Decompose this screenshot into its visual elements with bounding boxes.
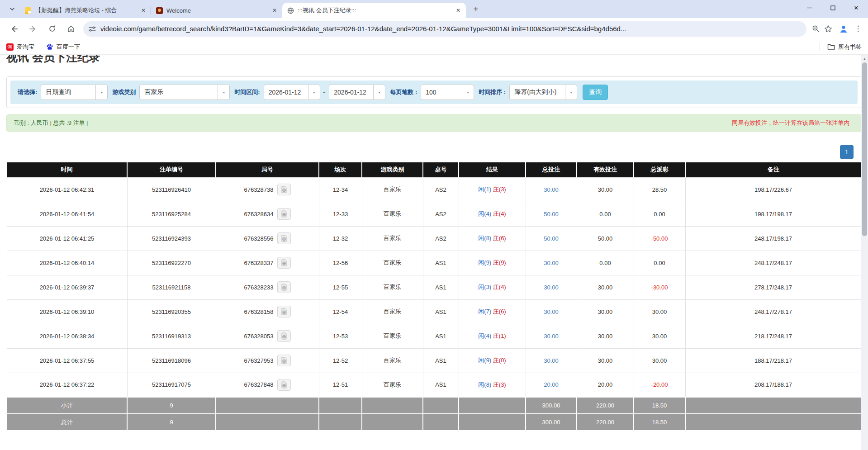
video-replay-button[interactable] bbox=[277, 232, 291, 244]
video-replay-button[interactable] bbox=[277, 330, 291, 342]
time-sort-label: 时间排序 : bbox=[479, 88, 506, 96]
total-bet-link[interactable]: 50.00 bbox=[544, 211, 559, 218]
tab-strip: 【新提醒】海燕策略论坛 - 综合 ✕ Welcome ✕ :::视讯 会员下注纪… bbox=[0, 0, 868, 18]
video-replay-button[interactable] bbox=[277, 379, 291, 391]
total-bet-link[interactable]: 30.00 bbox=[544, 284, 559, 291]
cell-game-category: 百家乐 bbox=[362, 275, 423, 299]
refresh-icon bbox=[48, 25, 56, 33]
time-sort-select[interactable]: 降幂(由大到小) ▼ bbox=[509, 85, 577, 100]
date-separator: ~ bbox=[323, 89, 327, 96]
cell-round-id: 676328158 bbox=[216, 299, 319, 324]
page-content: 视讯 会员下注纪录 请选择: 日期查询 ▼ 游戏类别 百家乐 ▼ 时间区间: 2… bbox=[0, 55, 868, 450]
cell-payout: -50.00 bbox=[634, 226, 685, 251]
url-text[interactable]: videoie.com/game/betrecord_search/kind3?… bbox=[100, 25, 801, 33]
video-replay-icon bbox=[280, 357, 288, 364]
home-button[interactable] bbox=[63, 21, 79, 37]
total-bet-link[interactable]: 30.00 bbox=[544, 308, 559, 315]
cell-valid-bet: 30.00 bbox=[577, 275, 634, 299]
tab-bet-record[interactable]: :::视讯 会员下注纪录::: ✕ bbox=[282, 3, 466, 18]
banker-result: 庄(4) bbox=[493, 210, 506, 217]
zoom-page-button[interactable] bbox=[809, 23, 822, 35]
cell-remark: 198.17/226.67 bbox=[685, 177, 861, 202]
maximize-button[interactable] bbox=[821, 0, 844, 15]
video-replay-icon bbox=[280, 284, 288, 291]
tab-title: 【新提醒】海燕策略论坛 - 综合 bbox=[35, 6, 139, 14]
tab-forum[interactable]: 【新提醒】海燕策略论坛 - 综合 ✕ bbox=[20, 3, 151, 18]
video-replay-button[interactable] bbox=[277, 306, 291, 317]
valid-bet-note: 同局有效投注，统一计算在该局第一张注单内 bbox=[732, 119, 849, 127]
tab-close-icon[interactable]: ✕ bbox=[270, 6, 279, 14]
total-bet-link[interactable]: 50.00 bbox=[544, 235, 559, 242]
tab-close-icon[interactable]: ✕ bbox=[139, 6, 147, 14]
chevron-down-icon: ▼ bbox=[373, 85, 385, 99]
date-end-select[interactable]: 2026-01-12 ▼ bbox=[329, 85, 385, 100]
close-window-button[interactable]: ✕ bbox=[844, 0, 868, 15]
total-bet-link[interactable]: 20.00 bbox=[544, 381, 559, 388]
tab-title: :::视讯 会员下注纪录::: bbox=[298, 6, 454, 14]
vertical-scrollbar[interactable]: ▲ bbox=[861, 55, 868, 450]
game-category-select[interactable]: 百家乐 ▼ bbox=[139, 85, 230, 100]
back-button[interactable] bbox=[6, 21, 22, 37]
cell-result: 闲(3) 庄(4) bbox=[459, 275, 526, 299]
bookmark-label: 爱淘宝 bbox=[17, 43, 34, 51]
tab-close-icon[interactable]: ✕ bbox=[454, 6, 462, 14]
forward-button[interactable] bbox=[25, 21, 41, 37]
column-header: 有效投注 bbox=[577, 162, 634, 177]
cell-payout: 30.00 bbox=[634, 324, 685, 348]
bookmark-label: 百度一下 bbox=[57, 43, 80, 51]
player-result: 闲(4) bbox=[478, 332, 491, 339]
cell-bet-id: 523116919313 bbox=[127, 324, 216, 348]
page-1-button[interactable]: 1 bbox=[840, 145, 854, 159]
total-bet-link[interactable]: 30.00 bbox=[544, 357, 559, 364]
all-bookmarks-button[interactable]: 所有书签 bbox=[820, 43, 862, 51]
video-replay-button[interactable] bbox=[277, 184, 291, 195]
tab-search-button[interactable] bbox=[5, 1, 20, 17]
scroll-up-icon[interactable]: ▲ bbox=[861, 55, 868, 62]
cell-round-id: 676328738 bbox=[216, 177, 319, 202]
minimize-button[interactable] bbox=[797, 0, 821, 15]
chevron-down-icon: ▼ bbox=[462, 85, 474, 99]
cell-remark: 278.17/248.17 bbox=[685, 275, 861, 299]
cell-round-id: 676328556 bbox=[216, 226, 319, 251]
tab-welcome[interactable]: Welcome ✕ bbox=[151, 3, 282, 18]
date-start-select[interactable]: 2026-01-12 ▼ bbox=[264, 85, 320, 100]
foot-empty bbox=[423, 397, 459, 414]
total-bet-link[interactable]: 30.00 bbox=[544, 186, 559, 193]
cell-total-bet: 30.00 bbox=[526, 177, 577, 202]
per-page-select[interactable]: 100 ▼ bbox=[421, 85, 474, 100]
cell-payout: 0.00 bbox=[634, 202, 685, 226]
person-icon bbox=[839, 24, 849, 34]
video-replay-button[interactable] bbox=[277, 281, 291, 293]
bookmark-taobao[interactable]: 淘 爱淘宝 bbox=[6, 43, 34, 51]
video-replay-button[interactable] bbox=[277, 355, 291, 366]
cell-payout: 28.50 bbox=[634, 177, 685, 202]
video-replay-button[interactable] bbox=[277, 208, 291, 220]
address-bar[interactable]: videoie.com/game/betrecord_search/kind3?… bbox=[83, 21, 806, 37]
refresh-button[interactable] bbox=[44, 21, 60, 37]
profile-avatar[interactable] bbox=[836, 22, 851, 36]
cell-bet-id: 523116918096 bbox=[127, 348, 216, 373]
bookmark-baidu[interactable]: 百度一下 bbox=[46, 43, 80, 51]
cell-result: 闲(4) 庄(4) bbox=[459, 202, 526, 226]
chrome-menu-button[interactable]: ⋮ bbox=[853, 22, 863, 36]
foot-payout: 18.50 bbox=[634, 414, 685, 431]
query-mode-select[interactable]: 日期查询 ▼ bbox=[41, 85, 108, 100]
bookmark-star-button[interactable] bbox=[822, 23, 835, 35]
cell-game-category: 百家乐 bbox=[362, 202, 423, 226]
chevron-down-icon: ▼ bbox=[218, 85, 229, 99]
site-settings-icon[interactable] bbox=[89, 25, 96, 33]
total-bet-link[interactable]: 30.00 bbox=[544, 260, 559, 266]
cell-result: 闲(4) 庄(1) bbox=[459, 324, 526, 348]
total-bet-link[interactable]: 30.00 bbox=[544, 333, 559, 340]
query-button[interactable]: 查询 bbox=[583, 85, 608, 100]
banker-result: 庄(9) bbox=[493, 259, 506, 266]
cell-bet-id: 523116924393 bbox=[127, 226, 216, 251]
scrollbar-thumb[interactable] bbox=[862, 62, 867, 236]
foot-valid-bet: 220.00 bbox=[577, 414, 634, 431]
video-replay-button[interactable] bbox=[277, 257, 291, 269]
magnifier-icon bbox=[812, 25, 820, 33]
folder-icon bbox=[827, 43, 835, 50]
new-tab-button[interactable]: + bbox=[470, 3, 482, 15]
player-result: 闲(8) bbox=[478, 235, 491, 242]
video-replay-icon bbox=[280, 332, 288, 340]
